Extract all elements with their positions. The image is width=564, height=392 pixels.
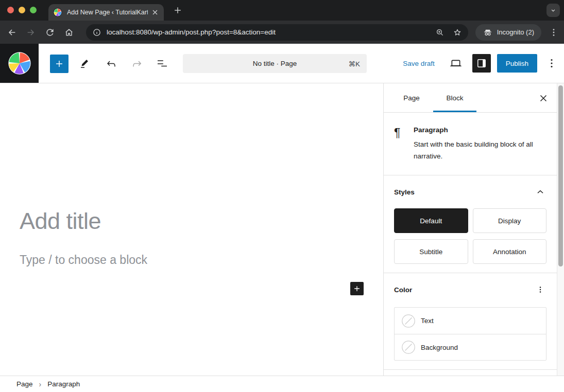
editor-options-icon[interactable] bbox=[545, 57, 558, 69]
style-option-display[interactable]: Display bbox=[473, 208, 547, 233]
block-description: Start with the basic building block of a… bbox=[414, 139, 533, 163]
tab-block[interactable]: Block bbox=[433, 83, 476, 112]
color-panel-title: Color bbox=[394, 286, 412, 294]
browser-tab[interactable]: Add New Page ‹ TutorialKart bbox=[48, 4, 164, 21]
breadcrumb-page[interactable]: Page bbox=[16, 380, 33, 388]
editor-canvas[interactable]: Add title Type / to choose a block bbox=[0, 83, 383, 376]
color-panel-header: Color bbox=[394, 283, 546, 296]
tab-close-icon[interactable] bbox=[151, 8, 159, 16]
style-option-default[interactable]: Default bbox=[394, 208, 468, 233]
preview-desktop-icon[interactable] bbox=[449, 57, 463, 70]
bookmark-star-icon[interactable] bbox=[453, 28, 462, 37]
chevron-up-icon[interactable] bbox=[534, 186, 546, 198]
site-info-icon[interactable] bbox=[92, 28, 101, 37]
paragraph-block-icon: ¶ bbox=[394, 126, 414, 175]
color-options-kebab-icon[interactable] bbox=[534, 283, 546, 296]
inline-block-inserter-button[interactable] bbox=[350, 282, 364, 295]
incognito-badge[interactable]: Incognito (2) bbox=[475, 24, 541, 41]
macos-traffic-lights bbox=[7, 7, 37, 13]
style-option-subtitle[interactable]: Subtitle bbox=[394, 239, 468, 264]
next-panel-divider bbox=[384, 369, 557, 376]
reload-icon[interactable] bbox=[45, 27, 55, 38]
text-color-item[interactable]: Text bbox=[395, 308, 546, 334]
page-title-input[interactable]: Add title bbox=[20, 208, 101, 235]
sidebar-scrollbar[interactable] bbox=[557, 83, 564, 376]
tools-pencil-icon[interactable] bbox=[78, 58, 91, 70]
document-overview-icon[interactable] bbox=[156, 58, 168, 70]
background-color-item[interactable]: Background bbox=[395, 334, 546, 360]
style-option-annotation[interactable]: Annotation bbox=[473, 239, 547, 264]
tab-search-chevron-icon[interactable] bbox=[546, 4, 560, 17]
color-settings-list: Text Background bbox=[394, 307, 546, 361]
forward-icon bbox=[26, 27, 36, 38]
incognito-label: Incognito (2) bbox=[497, 28, 534, 36]
block-summary-card: ¶ Paragraph Start with the basic buildin… bbox=[384, 113, 557, 175]
settings-sidebar-toggle-button[interactable] bbox=[472, 54, 491, 73]
empty-block-placeholder[interactable]: Type / to choose a block bbox=[20, 253, 147, 267]
tutorialkart-logo-icon bbox=[6, 50, 33, 77]
styles-panel: Styles Default Display Subtitle Annotati… bbox=[384, 175, 557, 273]
drawer-right-icon bbox=[475, 57, 488, 69]
browser-menu-icon[interactable] bbox=[549, 27, 559, 38]
block-inserter-toggle-button[interactable] bbox=[50, 55, 69, 73]
save-draft-button[interactable]: Save draft bbox=[403, 60, 435, 67]
minimize-window-button[interactable] bbox=[19, 7, 25, 13]
redo-icon bbox=[131, 58, 143, 70]
close-window-button[interactable] bbox=[7, 7, 14, 13]
browser-window: Add New Page ‹ TutorialKart bbox=[0, 0, 564, 392]
background-color-label: Background bbox=[421, 344, 458, 351]
undo-icon[interactable] bbox=[105, 58, 117, 70]
scrollbar-thumb[interactable] bbox=[558, 85, 563, 266]
block-name: Paragraph bbox=[414, 126, 533, 134]
text-color-label: Text bbox=[421, 317, 434, 325]
site-logo-button[interactable] bbox=[0, 44, 39, 83]
no-color-swatch-icon bbox=[402, 341, 415, 354]
sidebar-tabs: Page Block bbox=[384, 83, 557, 113]
new-tab-icon[interactable] bbox=[173, 5, 183, 15]
chevron-right-icon: › bbox=[39, 380, 42, 388]
back-icon[interactable] bbox=[7, 27, 17, 38]
address-bar[interactable]: localhost:8080/wp-admin/post.php?post=8&… bbox=[86, 24, 468, 41]
styles-panel-title: Styles bbox=[394, 188, 415, 196]
editor-header-actions: Save draft Publish bbox=[403, 44, 558, 83]
color-panel: Color Text Background bbox=[384, 273, 557, 369]
breadcrumb-paragraph[interactable]: Paragraph bbox=[47, 380, 80, 388]
plus-icon bbox=[54, 58, 65, 69]
incognito-icon bbox=[483, 27, 493, 38]
close-sidebar-button[interactable] bbox=[537, 92, 550, 104]
browser-tab-strip: Add New Page ‹ TutorialKart bbox=[0, 0, 564, 21]
style-options: Default Display Subtitle Annotation bbox=[394, 208, 546, 264]
editor-header: No title · Page ⌘K Save draft Publish bbox=[0, 44, 564, 83]
command-shortcut: ⌘K bbox=[348, 60, 360, 68]
command-palette-button[interactable]: No title · Page ⌘K bbox=[183, 54, 367, 73]
zoom-window-button[interactable] bbox=[30, 7, 37, 13]
browser-toolbar: localhost:8080/wp-admin/post.php?post=8&… bbox=[0, 21, 564, 44]
tutorialkart-favicon bbox=[53, 8, 62, 17]
block-breadcrumb-bar: Page › Paragraph bbox=[0, 376, 564, 392]
styles-panel-header[interactable]: Styles bbox=[394, 186, 546, 198]
plus-icon bbox=[352, 284, 362, 293]
tab-page[interactable]: Page bbox=[390, 83, 433, 112]
url-text[interactable]: localhost:8080/wp-admin/post.php?post=8&… bbox=[107, 28, 427, 36]
document-title: No title · Page bbox=[253, 60, 297, 67]
publish-button[interactable]: Publish bbox=[497, 54, 537, 73]
close-icon bbox=[538, 93, 549, 104]
no-color-swatch-icon bbox=[402, 314, 415, 328]
settings-sidebar: Page Block ¶ Paragraph Start with the ba… bbox=[383, 83, 557, 376]
home-icon[interactable] bbox=[64, 27, 74, 38]
zoom-page-icon[interactable] bbox=[435, 28, 445, 37]
tab-title: Add New Page ‹ TutorialKart bbox=[67, 9, 148, 16]
